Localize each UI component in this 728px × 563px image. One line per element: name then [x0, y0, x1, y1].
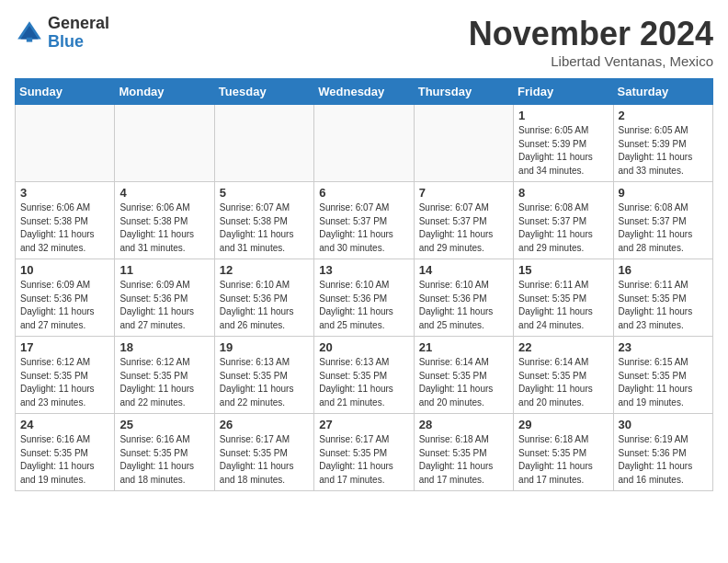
- day-cell: 5Sunrise: 6:07 AM Sunset: 5:38 PM Daylig…: [214, 182, 313, 259]
- day-cell: 1Sunrise: 6:05 AM Sunset: 5:39 PM Daylig…: [514, 105, 613, 182]
- day-number: 29: [518, 418, 608, 431]
- day-number: 30: [619, 418, 708, 431]
- logo: General Blue: [15, 15, 109, 52]
- day-number: 7: [419, 186, 508, 200]
- day-number: 22: [518, 340, 608, 354]
- day-number: 9: [619, 186, 708, 200]
- logo-general-text: General: [48, 15, 109, 33]
- weekday-monday: Monday: [115, 79, 214, 105]
- day-cell: 22Sunrise: 6:14 AM Sunset: 5:35 PM Dayli…: [514, 337, 613, 414]
- day-info: Sunrise: 6:11 AM Sunset: 5:35 PM Dayligh…: [518, 279, 608, 332]
- day-cell: 27Sunrise: 6:17 AM Sunset: 5:35 PM Dayli…: [314, 414, 414, 491]
- day-number: 20: [319, 340, 408, 354]
- day-number: 12: [220, 263, 309, 277]
- day-cell: 25Sunrise: 6:16 AM Sunset: 5:35 PM Dayli…: [115, 414, 214, 491]
- day-info: Sunrise: 6:06 AM Sunset: 5:38 PM Dayligh…: [20, 201, 109, 255]
- day-info: Sunrise: 6:07 AM Sunset: 5:37 PM Dayligh…: [319, 201, 408, 255]
- day-cell: 2Sunrise: 6:05 AM Sunset: 5:39 PM Daylig…: [613, 105, 712, 182]
- day-info: Sunrise: 6:17 AM Sunset: 5:35 PM Dayligh…: [319, 433, 408, 487]
- day-number: 14: [419, 263, 508, 277]
- day-info: Sunrise: 6:10 AM Sunset: 5:36 PM Dayligh…: [220, 279, 309, 332]
- weekday-tuesday: Tuesday: [214, 79, 313, 105]
- weekday-friday: Friday: [514, 79, 613, 105]
- day-cell: 8Sunrise: 6:08 AM Sunset: 5:37 PM Daylig…: [514, 182, 613, 259]
- day-info: Sunrise: 6:07 AM Sunset: 5:37 PM Dayligh…: [419, 201, 508, 255]
- day-number: 26: [220, 418, 309, 431]
- location: Libertad Ventanas, Mexico: [469, 53, 713, 69]
- week-row-4: 24Sunrise: 6:16 AM Sunset: 5:35 PM Dayli…: [16, 414, 713, 491]
- day-cell: 28Sunrise: 6:18 AM Sunset: 5:35 PM Dayli…: [414, 414, 513, 491]
- day-cell: 26Sunrise: 6:17 AM Sunset: 5:35 PM Dayli…: [214, 414, 313, 491]
- day-cell: 30Sunrise: 6:19 AM Sunset: 5:36 PM Dayli…: [613, 414, 712, 491]
- day-number: 27: [319, 418, 408, 431]
- day-info: Sunrise: 6:13 AM Sunset: 5:35 PM Dayligh…: [220, 356, 309, 409]
- day-number: 1: [518, 109, 608, 122]
- day-info: Sunrise: 6:12 AM Sunset: 5:35 PM Dayligh…: [119, 356, 209, 409]
- day-number: 10: [20, 263, 109, 277]
- day-info: Sunrise: 6:07 AM Sunset: 5:38 PM Dayligh…: [220, 201, 309, 255]
- day-number: 24: [20, 418, 109, 431]
- day-cell: 24Sunrise: 6:16 AM Sunset: 5:35 PM Dayli…: [16, 414, 115, 491]
- logo-blue-text: Blue: [48, 33, 109, 52]
- day-cell: [414, 105, 513, 182]
- day-info: Sunrise: 6:16 AM Sunset: 5:35 PM Dayligh…: [20, 433, 109, 487]
- day-cell: [314, 105, 414, 182]
- day-number: 2: [619, 109, 708, 122]
- day-info: Sunrise: 6:18 AM Sunset: 5:35 PM Dayligh…: [518, 433, 608, 487]
- day-cell: 18Sunrise: 6:12 AM Sunset: 5:35 PM Dayli…: [115, 337, 214, 414]
- day-number: 5: [220, 186, 309, 200]
- day-cell: 10Sunrise: 6:09 AM Sunset: 5:36 PM Dayli…: [16, 259, 115, 337]
- day-number: 18: [119, 340, 209, 354]
- day-cell: 7Sunrise: 6:07 AM Sunset: 5:37 PM Daylig…: [414, 182, 513, 259]
- day-info: Sunrise: 6:17 AM Sunset: 5:35 PM Dayligh…: [220, 433, 309, 487]
- day-info: Sunrise: 6:10 AM Sunset: 5:36 PM Dayligh…: [319, 279, 408, 332]
- day-info: Sunrise: 6:11 AM Sunset: 5:35 PM Dayligh…: [619, 279, 708, 332]
- day-info: Sunrise: 6:09 AM Sunset: 5:36 PM Dayligh…: [20, 279, 109, 332]
- day-cell: 20Sunrise: 6:13 AM Sunset: 5:35 PM Dayli…: [314, 337, 414, 414]
- day-number: 21: [419, 340, 508, 354]
- day-cell: [214, 105, 313, 182]
- day-number: 25: [119, 418, 209, 431]
- header: General Blue November 2024 Libertad Vent…: [15, 15, 713, 69]
- day-info: Sunrise: 6:08 AM Sunset: 5:37 PM Dayligh…: [619, 201, 708, 255]
- day-info: Sunrise: 6:06 AM Sunset: 5:38 PM Dayligh…: [119, 201, 209, 255]
- day-number: 16: [619, 263, 708, 277]
- day-info: Sunrise: 6:18 AM Sunset: 5:35 PM Dayligh…: [419, 433, 508, 487]
- weekday-header-row: SundayMondayTuesdayWednesdayThursdayFrid…: [16, 79, 713, 105]
- calendar: SundayMondayTuesdayWednesdayThursdayFrid…: [15, 78, 713, 491]
- title-block: November 2024 Libertad Ventanas, Mexico: [469, 15, 713, 69]
- day-cell: 6Sunrise: 6:07 AM Sunset: 5:37 PM Daylig…: [314, 182, 414, 259]
- day-info: Sunrise: 6:19 AM Sunset: 5:36 PM Dayligh…: [619, 433, 708, 487]
- day-info: Sunrise: 6:16 AM Sunset: 5:35 PM Dayligh…: [119, 433, 209, 487]
- weekday-wednesday: Wednesday: [314, 79, 414, 105]
- day-cell: 4Sunrise: 6:06 AM Sunset: 5:38 PM Daylig…: [115, 182, 214, 259]
- day-info: Sunrise: 6:12 AM Sunset: 5:35 PM Dayligh…: [20, 356, 109, 409]
- page: General Blue November 2024 Libertad Vent…: [0, 0, 728, 506]
- week-row-0: 1Sunrise: 6:05 AM Sunset: 5:39 PM Daylig…: [16, 105, 713, 182]
- day-info: Sunrise: 6:15 AM Sunset: 5:35 PM Dayligh…: [619, 356, 708, 409]
- day-number: 19: [220, 340, 309, 354]
- day-info: Sunrise: 6:08 AM Sunset: 5:37 PM Dayligh…: [518, 201, 608, 255]
- week-row-2: 10Sunrise: 6:09 AM Sunset: 5:36 PM Dayli…: [16, 259, 713, 337]
- day-cell: [16, 105, 115, 182]
- day-cell: 15Sunrise: 6:11 AM Sunset: 5:35 PM Dayli…: [514, 259, 613, 337]
- weekday-thursday: Thursday: [414, 79, 513, 105]
- day-cell: 12Sunrise: 6:10 AM Sunset: 5:36 PM Dayli…: [214, 259, 313, 337]
- svg-rect-2: [27, 38, 32, 42]
- day-cell: 29Sunrise: 6:18 AM Sunset: 5:35 PM Dayli…: [514, 414, 613, 491]
- day-cell: 23Sunrise: 6:15 AM Sunset: 5:35 PM Dayli…: [613, 337, 712, 414]
- day-info: Sunrise: 6:14 AM Sunset: 5:35 PM Dayligh…: [419, 356, 508, 409]
- day-info: Sunrise: 6:14 AM Sunset: 5:35 PM Dayligh…: [518, 356, 608, 409]
- day-info: Sunrise: 6:05 AM Sunset: 5:39 PM Dayligh…: [518, 124, 608, 178]
- day-cell: 14Sunrise: 6:10 AM Sunset: 5:36 PM Dayli…: [414, 259, 513, 337]
- day-info: Sunrise: 6:10 AM Sunset: 5:36 PM Dayligh…: [419, 279, 508, 332]
- day-info: Sunrise: 6:13 AM Sunset: 5:35 PM Dayligh…: [319, 356, 408, 409]
- logo-text: General Blue: [48, 15, 109, 52]
- day-cell: 13Sunrise: 6:10 AM Sunset: 5:36 PM Dayli…: [314, 259, 414, 337]
- week-row-1: 3Sunrise: 6:06 AM Sunset: 5:38 PM Daylig…: [16, 182, 713, 259]
- day-number: 28: [419, 418, 508, 431]
- day-info: Sunrise: 6:09 AM Sunset: 5:36 PM Dayligh…: [119, 279, 209, 332]
- day-number: 13: [319, 263, 408, 277]
- day-number: 23: [619, 340, 708, 354]
- day-cell: 11Sunrise: 6:09 AM Sunset: 5:36 PM Dayli…: [115, 259, 214, 337]
